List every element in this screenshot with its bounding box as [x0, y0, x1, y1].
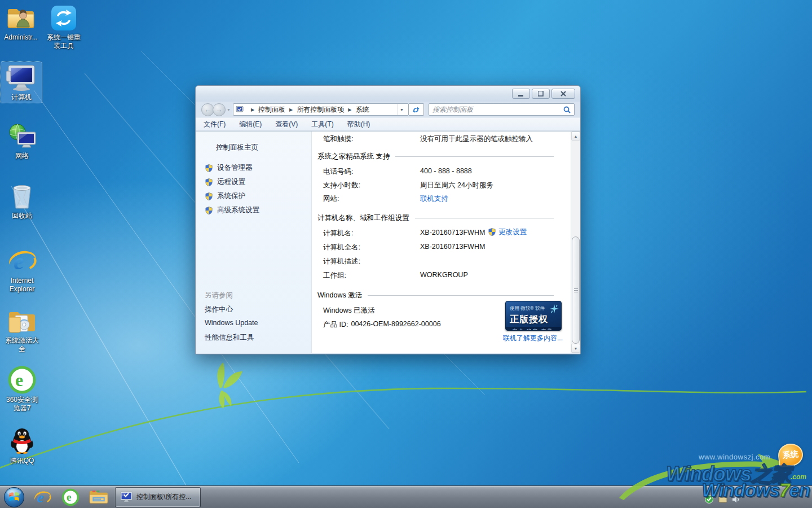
svg-text:e: e [67, 491, 72, 503]
refresh-icon [412, 106, 420, 113]
sidebar-label: 另请参阅 [205, 291, 233, 300]
badge-main-text: 正版授权 [506, 313, 561, 326]
menu-edit[interactable]: 编辑(E) [239, 120, 262, 129]
desktop-icon-label: 回收站 [3, 212, 41, 220]
minimize-button[interactable] [512, 89, 530, 99]
maximize-button[interactable] [532, 89, 550, 99]
qq-penguin-icon [3, 427, 41, 455]
system-control-panel-window: ← → ▼ ▶ 控制面板 ▶ 所有控制面板项 ▶ 系统 ▼ 搜索控制面板 [195, 85, 581, 354]
windows-start-orb-icon [3, 487, 25, 508]
field-label: 计算机描述: [323, 257, 420, 266]
uac-shield-icon [205, 192, 213, 201]
desktop-icon-activation-collection[interactable]: 系统激活大全 [2, 306, 42, 353]
breadcrumb[interactable]: ▶ 控制面板 ▶ 所有控制面板项 ▶ 系统 ▼ [233, 103, 409, 116]
section-title: 系统之家精品系统 支持 [317, 152, 390, 161]
recent-pages-dropdown-icon[interactable]: ▼ [227, 108, 231, 112]
scrollbar-thumb[interactable] [572, 237, 580, 344]
sidebar-label: 设备管理器 [217, 163, 253, 173]
crumb-all-items[interactable]: 所有控制面板项 [297, 105, 344, 115]
search-icon[interactable] [563, 106, 571, 113]
website-row: 网站: 联机支持 [323, 194, 448, 204]
sidebar-item-system-protection[interactable]: 系统保护 [205, 191, 245, 201]
administrator-folder-icon [2, 3, 39, 32]
activation-status-row: Windows 已激活 [323, 306, 375, 316]
field-value: XB-20160713FWHM [420, 229, 485, 238]
taskbar-internet-explorer[interactable]: e [28, 487, 56, 508]
field-value: 00426-OEM-8992662-00006 [351, 320, 440, 330]
uac-shield-icon [205, 164, 213, 173]
phone-row: 电话号码: 400 - 888 - 8888 [323, 167, 472, 177]
support-hours-row: 支持小时数: 周日至周六 24小时服务 [323, 181, 493, 190]
field-value: 周日至周六 24小时服务 [420, 181, 493, 190]
badge-top-text: 使用 微软® 软件 [510, 305, 545, 312]
change-settings[interactable]: 更改设置 [488, 227, 527, 237]
field-label: 计算机名: [323, 229, 420, 238]
learn-more-online-link[interactable]: 联机了解更多内容... [503, 334, 563, 343]
tray-folder-icon[interactable] [718, 496, 727, 503]
sidebar-label: 高级系统设置 [217, 205, 259, 215]
tray-security-check-icon[interactable] [705, 495, 713, 503]
start-button[interactable] [0, 487, 28, 508]
menu-file[interactable]: 文件(F) [204, 120, 226, 129]
desktop-icon-label: 网络 [3, 152, 41, 160]
computer-icon [1, 63, 42, 91]
sidebar-item-advanced-settings[interactable]: 高级系统设置 [205, 205, 259, 215]
close-button[interactable] [551, 89, 575, 99]
sidebar-label: Windows Update [205, 319, 258, 327]
sidebar-label: 远程设置 [217, 177, 245, 187]
desktop-icon-administrator[interactable]: Administr... [2, 3, 39, 42]
sidebar-label: 性能信息和工具 [205, 333, 254, 343]
folder-icon [89, 489, 109, 506]
crumb-arrow-icon: ▶ [289, 107, 293, 112]
field-label: 网站: [323, 194, 420, 204]
taskbar-active-window-button[interactable]: 控制面板\所有控... [115, 487, 201, 507]
online-support-link[interactable]: 联机支持 [420, 194, 448, 204]
sidebar-item-performance-tools[interactable]: 性能信息和工具 [205, 333, 254, 343]
desktop-icon-360-browser[interactable]: e 360安全浏览器7 [3, 366, 41, 413]
vertical-scrollbar[interactable]: ▲ ▼ [571, 132, 580, 353]
svg-text:e: e [15, 370, 23, 390]
desktop-icon-internet-explorer[interactable]: e Internet Explorer [3, 247, 41, 294]
scroll-up-arrow[interactable]: ▲ [571, 132, 580, 141]
forward-button[interactable]: → [213, 103, 226, 116]
desktop-icon-tencent-qq[interactable]: 腾讯QQ [3, 427, 41, 465]
taskbar-explorer[interactable] [85, 487, 113, 508]
desktop-icon-label: 系统一键重装工具 [45, 33, 82, 50]
search-input[interactable]: 搜索控制面板 [429, 103, 575, 116]
change-settings-link[interactable]: 更改设置 [498, 227, 527, 237]
tray-volume-icon[interactable] [732, 496, 740, 503]
menu-tools[interactable]: 工具(T) [311, 120, 333, 129]
refresh-button[interactable] [409, 103, 424, 116]
taskbar-360-browser[interactable]: e [56, 487, 85, 508]
desktop-icon-network[interactable]: 网络 [3, 122, 41, 160]
crumb-arrow-icon: ▶ [348, 107, 351, 112]
sidebar-item-control-panel-home[interactable]: 控制面板主页 [216, 143, 258, 152]
field-label: 笔和触摸: [323, 134, 420, 144]
scroll-down-arrow[interactable]: ▼ [571, 344, 580, 353]
genuine-software-badge[interactable]: 使用 微软® 软件 正版授权 安全 稳定 声誉 [505, 301, 562, 331]
system-info-content: 笔和触摸: 没有可用于此显示器的笔或触控输入 系统之家精品系统 支持 电话号码:… [312, 132, 571, 353]
desktop-icon-recycle-bin[interactable]: 回收站 [3, 182, 41, 220]
sidebar-item-device-manager[interactable]: 设备管理器 [205, 163, 253, 173]
system-tray[interactable] [705, 495, 740, 503]
pen-touch-row: 笔和触摸: 没有可用于此显示器的笔或触控输入 [323, 134, 533, 144]
uac-shield-icon [488, 227, 496, 237]
crumb-system[interactable]: 系统 [355, 105, 369, 115]
360-browser-icon: e [61, 488, 80, 506]
field-label: 工作组: [323, 271, 420, 281]
crumb-control-panel[interactable]: 控制面板 [258, 105, 285, 115]
desktop-icon-computer[interactable]: 计算机 [1, 62, 42, 103]
window-titlebar[interactable] [196, 86, 580, 102]
full-computer-name-row: 计算机全名: XB-20160713FWHM [323, 243, 485, 252]
sidebar-item-windows-update[interactable]: Windows Update [205, 319, 258, 327]
menu-view[interactable]: 查看(V) [275, 120, 298, 129]
active-window-label: 控制面板\所有控... [136, 492, 191, 502]
address-dropdown-icon[interactable]: ▼ [397, 104, 406, 115]
desktop-icon-reinstall-tool[interactable]: 系统一键重装工具 [45, 3, 82, 50]
menu-help[interactable]: 帮助(H) [347, 120, 370, 129]
sidebar-item-action-center[interactable]: 操作中心 [205, 305, 233, 314]
field-label: 电话号码: [323, 167, 420, 177]
field-value: Windows 已激活 [323, 306, 375, 316]
sidebar-item-remote-settings[interactable]: 远程设置 [205, 177, 245, 187]
system-page-icon [236, 106, 244, 113]
